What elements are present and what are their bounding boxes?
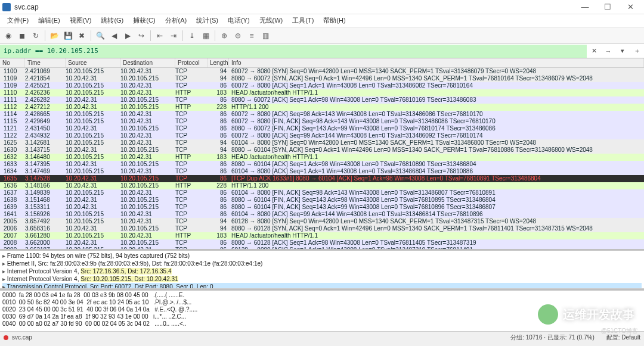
menu-item[interactable]: 分析(A)	[160, 16, 192, 25]
window-title: svc.cap	[14, 3, 574, 11]
save-file-icon[interactable]: 💾	[62, 30, 74, 42]
detail-tcp[interactable]: Transmission Control Protocol, Src Port:…	[2, 283, 642, 289]
hex-row: 0010 00 50 6c 82 40 00 3e 04 2f ec ac 10…	[2, 299, 642, 306]
menu-item[interactable]: 帮助(H)	[318, 16, 350, 25]
hex-view[interactable]: 0000 fa 28 00 03 e4 1e fa 28 00 03 e3 9b…	[0, 291, 644, 331]
packet-list[interactable]: No Time Source Destination Protocol Leng…	[0, 58, 644, 249]
find-icon[interactable]: 🔍	[94, 30, 106, 42]
packet-row[interactable]: 11152.42964910.20.105.21510.20.42.31TCP8…	[0, 118, 644, 125]
packet-row[interactable]: 20053.65749210.20.105.21510.20.42.31TCP9…	[0, 218, 644, 225]
menu-item[interactable]: 编辑(E)	[33, 16, 65, 25]
start-capture-icon[interactable]: ◉	[2, 30, 14, 42]
filter-plus-icon[interactable]: ＋	[631, 45, 643, 57]
menubar: 文件(F)编辑(E)视图(V)跳转(G)捕获(C)分析(A)统计(S)电话(Y)…	[0, 14, 644, 27]
packet-row[interactable]: 16413.15692610.20.105.21510.20.42.31TCP8…	[0, 211, 644, 218]
packet-row[interactable]: 11122.42721210.20.42.3110.20.105.215HTTP…	[0, 104, 644, 111]
packet-row[interactable]: 16373.14983910.20.105.21510.20.42.31TCP8…	[0, 189, 644, 197]
close-button[interactable]: ✕	[619, 1, 642, 14]
hex-row: 0030 69 d7 0a 14 2a 1f ea a8 1f 90 32 93…	[2, 313, 642, 320]
packet-row[interactable]: 11092.42185410.20.42.3110.20.105.215TCP9…	[0, 75, 644, 82]
colorize-icon[interactable]: ▦	[200, 30, 212, 42]
packet-row[interactable]: 11212.43145010.20.42.3110.20.105.215TCP8…	[0, 125, 644, 132]
close-file-icon[interactable]: ✖	[76, 30, 88, 42]
packet-row[interactable]: 11222.43493210.20.105.21510.20.42.31TCP8…	[0, 132, 644, 139]
menu-item[interactable]: 捕获(C)	[128, 16, 160, 25]
menu-item[interactable]: 文件(F)	[2, 16, 33, 25]
filter-bar: ✕ → ▾ ＋	[0, 44, 644, 58]
open-file-icon[interactable]: 📂	[48, 30, 60, 42]
packet-row[interactable]: 16353.14752810.20.42.3110.20.105.215TCP8…	[0, 175, 644, 182]
hex-row: 0020 23 04 45 00 00 3c 51 91 40 00 3f 06…	[2, 306, 642, 313]
display-filter-input[interactable]	[0, 45, 587, 58]
packet-row[interactable]: 20093.66218710.20.105.21510.20.42.31TCP8…	[0, 247, 644, 249]
menu-item[interactable]: 电话(Y)	[223, 16, 255, 25]
autoscroll-icon[interactable]: ⤓	[186, 30, 198, 42]
packet-row[interactable]: 16253.14268110.20.105.21510.20.42.31TCP9…	[0, 139, 644, 146]
packet-row[interactable]: 11102.42623610.20.105.21510.20.42.31HTTP…	[0, 89, 644, 96]
menu-item[interactable]: 无线(W)	[255, 16, 288, 25]
status-file: svc.cap	[12, 334, 32, 341]
packet-row[interactable]: 16333.14739510.20.42.3110.20.105.215TCP8…	[0, 161, 644, 168]
hex-row: 0040 00 00 a0 02 a7 30 fd 90 00 00 02 04…	[2, 320, 642, 328]
hex-row: 0000 fa 28 00 03 e4 1e fa 28 00 03 e3 9b…	[2, 292, 642, 299]
last-packet-icon[interactable]: ⇥	[168, 30, 179, 42]
packet-row[interactable]: 11092.42552110.20.105.21510.20.42.31TCP8…	[0, 82, 644, 89]
app-icon	[2, 3, 11, 11]
filter-clear-icon[interactable]: ✕	[588, 45, 600, 57]
detail-eth[interactable]: Ethernet II, Src: fa:28:00:03:e3:9b (fa:…	[2, 260, 642, 267]
maximize-button[interactable]: ☐	[596, 1, 619, 14]
minimize-button[interactable]: —	[574, 1, 596, 14]
packet-row[interactable]: 16363.14816610.20.42.3110.20.105.215HTTP…	[0, 182, 644, 189]
restart-capture-icon[interactable]: ↻	[30, 30, 42, 42]
zoom-in-icon[interactable]: ⊕	[218, 30, 230, 42]
first-packet-icon[interactable]: ⇤	[154, 30, 166, 42]
titlebar: svc.cap — ☐ ✕	[0, 0, 644, 14]
packet-row[interactable]: 16393.15331110.20.42.3110.20.105.215TCP8…	[0, 204, 644, 211]
packet-row[interactable]: 16383.15146810.20.42.3110.20.105.215TCP8…	[0, 197, 644, 204]
resize-cols-icon[interactable]: ▥	[259, 30, 271, 42]
stop-capture-icon[interactable]: ◼	[16, 30, 28, 42]
menu-item[interactable]: 视图(V)	[65, 16, 97, 25]
packet-row[interactable]: 20073.66128010.20.105.21510.20.42.31HTTP…	[0, 232, 644, 239]
detail-frame[interactable]: Frame 1100: 94 bytes on wire (752 bits),…	[2, 252, 642, 260]
filter-expr-icon[interactable]: ▾	[617, 45, 628, 57]
detail-ip-outer[interactable]: Internet Protocol Version 4, Src: 172.16…	[2, 267, 642, 275]
expert-info-icon[interactable]	[4, 335, 8, 340]
zoom-out-icon[interactable]: ⊖	[232, 30, 244, 42]
jump-icon[interactable]: ↪	[135, 30, 147, 42]
packet-row[interactable]: 16323.14648010.20.105.21510.20.42.31HTTP…	[0, 154, 644, 161]
menu-item[interactable]: 跳转(G)	[96, 16, 128, 25]
packet-row[interactable]: 11142.42866510.20.105.21510.20.42.31TCP8…	[0, 111, 644, 118]
packet-row[interactable]: 11112.42628210.20.42.3110.20.105.215TCP8…	[0, 96, 644, 104]
toolbar: ◉ ◼ ↻ 📂 💾 ✖ 🔍 ◀ ▶ ↪ ⇤ ⇥ ⤓ ▦ ⊕ ⊖ ≡ ▥	[0, 27, 644, 44]
packet-row[interactable]: 11002.42106910.20.105.21510.20.42.31TCP9…	[0, 68, 644, 75]
blog-watermark: @51CTO博客	[601, 327, 638, 335]
next-icon[interactable]: ▶	[122, 30, 134, 42]
detail-ip-inner[interactable]: Internet Protocol Version 4, Src: 10.20.…	[2, 275, 642, 283]
packet-row[interactable]: 16303.14371510.20.42.3110.20.105.215TCP9…	[0, 146, 644, 154]
packet-row[interactable]: 20063.65831610.20.42.3110.20.105.215TCP9…	[0, 225, 644, 232]
status-bar: svc.cap 分组: 10716 · 已显示: 71 (0.7%) 配置: D…	[0, 331, 644, 343]
packet-details[interactable]: Frame 1100: 94 bytes on wire (752 bits),…	[0, 251, 644, 289]
zoom-reset-icon[interactable]: ≡	[246, 30, 258, 42]
prev-icon[interactable]: ◀	[108, 30, 120, 42]
filter-apply-icon[interactable]: →	[602, 45, 614, 57]
packet-list-header: No Time Source Destination Protocol Leng…	[0, 58, 644, 68]
packet-row[interactable]: 16343.14746910.20.105.21510.20.42.31TCP8…	[0, 168, 644, 175]
packet-row[interactable]: 20083.66200010.20.42.3110.20.105.215TCP8…	[0, 239, 644, 247]
status-packets: 分组: 10716 · 已显示: 71 (0.7%)	[510, 333, 595, 342]
menu-item[interactable]: 统计(S)	[191, 16, 223, 25]
menu-item[interactable]: 工具(T)	[287, 16, 318, 25]
